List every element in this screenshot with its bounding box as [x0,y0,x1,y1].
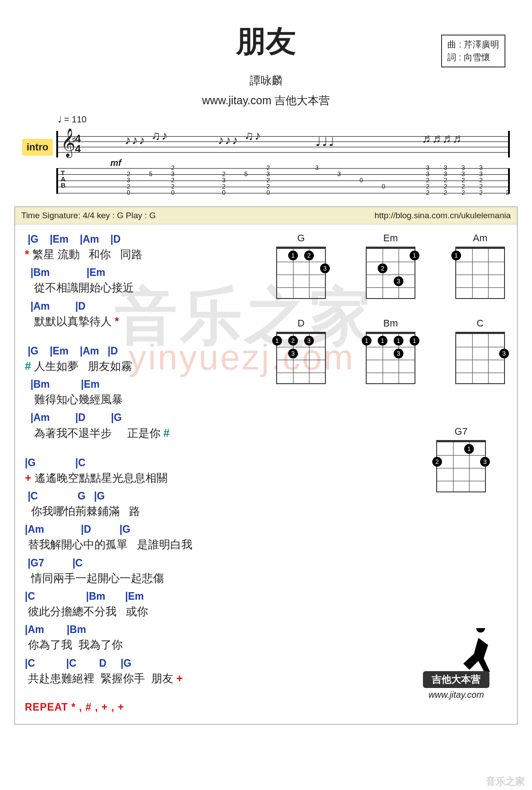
tab-column: 5 [244,165,248,196]
fretboard: 1 [455,247,505,299]
chord-line: |C G |G [25,489,255,503]
chord-name: Em [357,232,424,244]
lyric-line: 從不相識開始心接近 [25,279,255,295]
chord-line: |Bm |Em [25,377,255,391]
section: |G |Em |Am |D* 繁星 流動 和你 同路 |Bm |Em 從不相識開… [25,232,255,329]
lyrics-column: |G |Em |Am |D* 繁星 流動 和你 同路 |Bm |Em 從不相識開… [25,232,255,713]
finger-dot: 1 [362,336,372,346]
fretboard: 3 [455,332,505,384]
lyric-line: 難得知心幾經風暴 [25,391,255,407]
chord-line: |G |Em |Am |D [25,344,255,358]
dynamic-mf: mf [110,158,121,168]
fretboard: 11113 [366,332,415,384]
repeat-instruction: REPEAT * , # , + , + [25,701,255,713]
finger-dot: 3 [394,349,403,358]
finger-dot: 1 [451,251,461,260]
tab-column: 2 [506,165,509,196]
finger-dot: 1 [464,444,474,454]
chord-name: C [447,318,513,329]
tab-column: 33222 [444,165,447,196]
chord-name: D [268,318,334,329]
note-group: ♪♪♪ [125,137,145,143]
lyric-line: 替我解開心中的孤單 是誰明白我 [25,536,255,552]
section: |G |Em |Am |D# 人生如夢 朋友如霧 |Bm |Em 難得知心幾經風… [25,344,255,441]
source-site: www.jitay.com 吉他大本营 [27,93,505,108]
finger-dot: 1 [394,336,403,346]
finger-dot: 2 [288,336,298,346]
finger-dot: 2 [304,251,314,260]
chord-line: |G |Em |Am |D [25,232,255,246]
finger-dot: 2 [378,263,387,273]
chord-diagrams-column: G123Em123Am1D1233Bm11113C3 G7123 吉他大本营 w… [255,232,513,713]
music-staff: 𝄞 ♯ 4 4 ♪♪♪ ♫♪ ♪♪♪ ♫♪ ♩♩♩ ♬♬♬♬ mf [56,131,510,157]
chord-line: |Bm |Em [25,266,255,279]
tab-column: 0 [382,165,385,196]
finger-dot: 3 [394,276,403,286]
note-group: ♫♪ [151,133,168,139]
finger-dot: 1 [410,336,419,346]
time-signature: 4 4 [75,134,81,154]
chart-meta-bar: Time Signature: 4/4 key : G Play : G htt… [15,207,517,224]
chord-diagram-D: D1233 [268,318,334,384]
tab-column: 33222 [479,165,483,196]
credits-box: 曲 : 芹澤廣明 詞 : 向雪懷 [441,35,505,67]
finger-dot: 3 [480,457,490,467]
section-marker: * [25,248,29,260]
finger-dot: 1 [272,336,282,346]
lyric-line: 共赴患難絕裡 緊握你手 朋友 + [25,670,255,686]
lyricist-label: 詞 [447,52,456,62]
tab-label: T A B [61,170,66,189]
tempo-marking: ♩ = 110 [58,114,505,125]
chord-line: |Am |Bm [25,623,255,637]
section-end-marker: # [160,427,170,439]
lyric-line: 為著我不退半步 正是你 # [25,425,255,441]
tab-column: 2320 [127,165,130,196]
tab-column: 2320 [222,165,226,196]
lyric-line: + 遙遙晚空點點星光息息相關 [25,470,255,486]
lyric-line: 你為了我 我為了你 [25,637,255,652]
fretboard: 123 [276,247,326,299]
lyric-line: * 繁星 流動 和你 同路 [25,246,255,262]
intro-block: intro 𝄞 ♯ 4 4 ♪♪♪ ♫♪ ♪♪♪ ♫♪ ♩♩♩ ♬♬♬♬ mf … [22,131,510,194]
fretboard: 1233 [276,332,326,384]
chord-name: G7 [436,426,486,437]
tab-column: 3 [337,165,341,196]
artist-name: 譚咏麟 [27,73,505,88]
chord-line: |Am |D |G [25,523,255,536]
footer-logo: 吉他大本营 www.jitay.com [423,671,489,700]
tab-column: 3 [315,165,319,196]
chord-diagram-C: C3 [447,318,513,384]
finger-dot: 3 [288,349,298,358]
time-sig-top: 4 [75,134,81,144]
finger-dot: 3 [320,263,330,273]
section-end-marker: + [173,672,183,684]
meta-left: Time Signature: 4/4 key : G Play : G [21,211,156,220]
song-title: 朋友 [27,21,505,62]
tab-column: 23220 [171,165,175,196]
fretboard: 123 [436,440,486,492]
fretboard: 123 [366,247,415,299]
footer-badge: 吉他大本营 [423,671,489,688]
chord-chart: Time Signature: 4/4 key : G Play : G htt… [14,206,518,725]
lyric-line: # 人生如夢 朋友如霧 [25,358,255,374]
chord-line: |Am |D [25,299,255,313]
composer-label: 曲 [447,39,456,49]
chord-diagram-Bm: Bm11113 [357,318,424,384]
chord-line: |Am |D |G [25,411,255,424]
tab-column: 33222 [462,165,465,196]
lyric-line: 默默以真摯待人 * [25,313,255,329]
lyric-line: 情同兩手一起開心一起悲傷 [25,570,255,586]
footer-site: www.jitay.com [423,690,489,700]
intro-label: intro [22,139,53,156]
note-group: ♪♪♪ [218,137,238,143]
tab-staff: T A B 2320 5 23220 2320 5 232203 3 0 0 3… [56,168,510,194]
tab-column: 33222 [426,165,430,196]
finger-dot: 3 [304,336,314,346]
chord-diagram-Am: Am1 [447,232,513,299]
chord-name: Am [447,232,513,244]
chord-name: Bm [357,318,424,329]
watermark-small: 音乐之家 [486,775,525,788]
chord-line: |G7 |C [25,556,255,570]
chord-diagram-G7: G7123 [436,426,486,492]
meta-right: http://blog.sina.com.cn/ukulelemania [375,211,511,220]
